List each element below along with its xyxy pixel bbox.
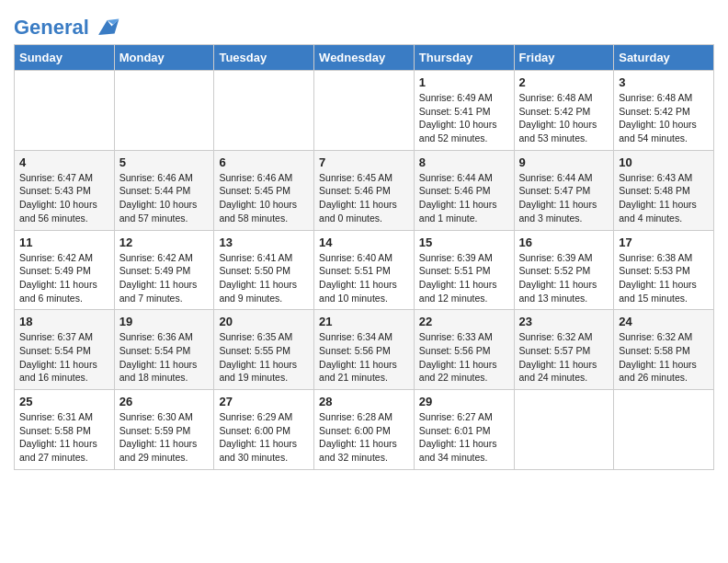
day-number: 23 — [519, 315, 609, 328]
day-number: 16 — [519, 236, 609, 249]
day-cell: 27Sunrise: 6:29 AM Sunset: 6:00 PM Dayli… — [214, 390, 314, 470]
day-cell — [514, 390, 614, 470]
day-info: Sunrise: 6:32 AM Sunset: 5:57 PM Dayligh… — [519, 330, 609, 385]
day-number: 29 — [419, 395, 509, 408]
header-cell-friday: Friday — [514, 45, 614, 71]
day-number: 27 — [219, 395, 309, 408]
day-number: 2 — [519, 75, 609, 89]
day-info: Sunrise: 6:41 AM Sunset: 5:50 PM Dayligh… — [219, 251, 309, 305]
day-info: Sunrise: 6:40 AM Sunset: 5:51 PM Dayligh… — [319, 251, 409, 305]
day-cell: 28Sunrise: 6:28 AM Sunset: 6:00 PM Dayli… — [314, 390, 415, 470]
day-cell: 2Sunrise: 6:48 AM Sunset: 5:42 PM Daylig… — [514, 71, 614, 151]
day-info: Sunrise: 6:42 AM Sunset: 5:49 PM Dayligh… — [19, 251, 109, 305]
header-cell-sunday: Sunday — [15, 45, 115, 71]
week-row-3: 11Sunrise: 6:42 AM Sunset: 5:49 PM Dayli… — [15, 230, 714, 310]
day-cell — [214, 71, 314, 151]
day-number: 21 — [319, 315, 409, 328]
day-cell: 15Sunrise: 6:39 AM Sunset: 5:51 PM Dayli… — [414, 230, 514, 310]
day-number: 20 — [219, 315, 309, 328]
logo-text-line1: General — [14, 17, 89, 39]
day-cell — [114, 71, 214, 151]
logo: General — [14, 13, 120, 37]
day-number: 18 — [19, 315, 109, 328]
day-number: 19 — [119, 315, 210, 328]
day-info: Sunrise: 6:43 AM Sunset: 5:48 PM Dayligh… — [619, 171, 709, 225]
day-info: Sunrise: 6:49 AM Sunset: 5:41 PM Dayligh… — [419, 91, 509, 145]
day-cell: 10Sunrise: 6:43 AM Sunset: 5:48 PM Dayli… — [614, 150, 714, 230]
day-number: 22 — [419, 315, 509, 328]
day-info: Sunrise: 6:28 AM Sunset: 6:00 PM Dayligh… — [319, 410, 409, 465]
day-info: Sunrise: 6:45 AM Sunset: 5:46 PM Dayligh… — [319, 171, 409, 225]
day-number: 28 — [319, 395, 409, 408]
day-number: 8 — [419, 155, 509, 169]
day-cell — [15, 71, 115, 151]
day-number: 5 — [119, 155, 210, 169]
day-info: Sunrise: 6:39 AM Sunset: 5:52 PM Dayligh… — [519, 251, 609, 305]
week-row-2: 4Sunrise: 6:47 AM Sunset: 5:43 PM Daylig… — [15, 150, 714, 230]
calendar-table: SundayMondayTuesdayWednesdayThursdayFrid… — [14, 44, 714, 470]
day-number: 6 — [219, 155, 309, 169]
day-cell: 6Sunrise: 6:46 AM Sunset: 5:45 PM Daylig… — [214, 150, 314, 230]
day-cell: 7Sunrise: 6:45 AM Sunset: 5:46 PM Daylig… — [314, 150, 415, 230]
day-number: 17 — [619, 236, 709, 249]
day-cell: 3Sunrise: 6:48 AM Sunset: 5:42 PM Daylig… — [614, 71, 714, 151]
day-info: Sunrise: 6:42 AM Sunset: 5:49 PM Dayligh… — [119, 251, 210, 305]
week-row-5: 25Sunrise: 6:31 AM Sunset: 5:58 PM Dayli… — [15, 390, 714, 470]
day-info: Sunrise: 6:44 AM Sunset: 5:46 PM Dayligh… — [419, 171, 509, 225]
day-number: 4 — [19, 155, 109, 169]
day-info: Sunrise: 6:48 AM Sunset: 5:42 PM Dayligh… — [619, 91, 709, 145]
header: General — [14, 9, 714, 37]
day-cell: 20Sunrise: 6:35 AM Sunset: 5:55 PM Dayli… — [214, 310, 314, 390]
header-cell-wednesday: Wednesday — [314, 45, 415, 71]
day-number: 13 — [219, 236, 309, 249]
day-info: Sunrise: 6:48 AM Sunset: 5:42 PM Dayligh… — [519, 91, 609, 145]
day-cell: 24Sunrise: 6:32 AM Sunset: 5:58 PM Dayli… — [614, 310, 714, 390]
day-cell: 17Sunrise: 6:38 AM Sunset: 5:53 PM Dayli… — [614, 230, 714, 310]
day-cell: 14Sunrise: 6:40 AM Sunset: 5:51 PM Dayli… — [314, 230, 415, 310]
day-cell: 23Sunrise: 6:32 AM Sunset: 5:57 PM Dayli… — [514, 310, 614, 390]
day-cell: 5Sunrise: 6:46 AM Sunset: 5:44 PM Daylig… — [114, 150, 214, 230]
day-cell: 18Sunrise: 6:37 AM Sunset: 5:54 PM Dayli… — [15, 310, 115, 390]
header-cell-tuesday: Tuesday — [214, 45, 314, 71]
day-cell: 25Sunrise: 6:31 AM Sunset: 5:58 PM Dayli… — [15, 390, 115, 470]
day-number: 1 — [419, 75, 509, 89]
day-info: Sunrise: 6:32 AM Sunset: 5:58 PM Dayligh… — [619, 330, 709, 385]
day-cell: 12Sunrise: 6:42 AM Sunset: 5:49 PM Dayli… — [114, 230, 214, 310]
day-cell — [314, 71, 415, 151]
day-info: Sunrise: 6:39 AM Sunset: 5:51 PM Dayligh… — [419, 251, 509, 305]
header-cell-thursday: Thursday — [414, 45, 514, 71]
day-cell: 26Sunrise: 6:30 AM Sunset: 5:59 PM Dayli… — [114, 390, 214, 470]
day-cell: 11Sunrise: 6:42 AM Sunset: 5:49 PM Dayli… — [15, 230, 115, 310]
day-info: Sunrise: 6:36 AM Sunset: 5:54 PM Dayligh… — [119, 330, 210, 385]
day-cell: 13Sunrise: 6:41 AM Sunset: 5:50 PM Dayli… — [214, 230, 314, 310]
header-cell-saturday: Saturday — [614, 45, 714, 71]
day-cell: 1Sunrise: 6:49 AM Sunset: 5:41 PM Daylig… — [414, 71, 514, 151]
day-info: Sunrise: 6:34 AM Sunset: 5:56 PM Dayligh… — [319, 330, 409, 385]
day-info: Sunrise: 6:27 AM Sunset: 6:01 PM Dayligh… — [419, 410, 509, 465]
day-number: 10 — [619, 155, 709, 169]
day-info: Sunrise: 6:46 AM Sunset: 5:45 PM Dayligh… — [219, 171, 309, 225]
day-number: 14 — [319, 236, 409, 249]
day-info: Sunrise: 6:35 AM Sunset: 5:55 PM Dayligh… — [219, 330, 309, 385]
day-cell: 16Sunrise: 6:39 AM Sunset: 5:52 PM Dayli… — [514, 230, 614, 310]
day-cell: 19Sunrise: 6:36 AM Sunset: 5:54 PM Dayli… — [114, 310, 214, 390]
header-cell-monday: Monday — [114, 45, 214, 71]
day-cell: 29Sunrise: 6:27 AM Sunset: 6:01 PM Dayli… — [414, 390, 514, 470]
day-info: Sunrise: 6:30 AM Sunset: 5:59 PM Dayligh… — [119, 410, 210, 465]
week-row-4: 18Sunrise: 6:37 AM Sunset: 5:54 PM Dayli… — [15, 310, 714, 390]
day-number: 3 — [619, 75, 709, 89]
day-info: Sunrise: 6:33 AM Sunset: 5:56 PM Dayligh… — [419, 330, 509, 385]
day-info: Sunrise: 6:46 AM Sunset: 5:44 PM Dayligh… — [119, 171, 210, 225]
day-info: Sunrise: 6:44 AM Sunset: 5:47 PM Dayligh… — [519, 171, 609, 225]
day-info: Sunrise: 6:29 AM Sunset: 6:00 PM Dayligh… — [219, 410, 309, 465]
day-info: Sunrise: 6:38 AM Sunset: 5:53 PM Dayligh… — [619, 251, 709, 305]
day-info: Sunrise: 6:37 AM Sunset: 5:54 PM Dayligh… — [19, 330, 109, 385]
week-row-1: 1Sunrise: 6:49 AM Sunset: 5:41 PM Daylig… — [15, 71, 714, 151]
day-number: 11 — [19, 236, 109, 249]
day-cell: 22Sunrise: 6:33 AM Sunset: 5:56 PM Dayli… — [414, 310, 514, 390]
day-cell — [614, 390, 714, 470]
day-info: Sunrise: 6:47 AM Sunset: 5:43 PM Dayligh… — [19, 171, 109, 225]
day-cell: 21Sunrise: 6:34 AM Sunset: 5:56 PM Dayli… — [314, 310, 415, 390]
day-number: 26 — [119, 395, 210, 408]
day-cell: 8Sunrise: 6:44 AM Sunset: 5:46 PM Daylig… — [414, 150, 514, 230]
